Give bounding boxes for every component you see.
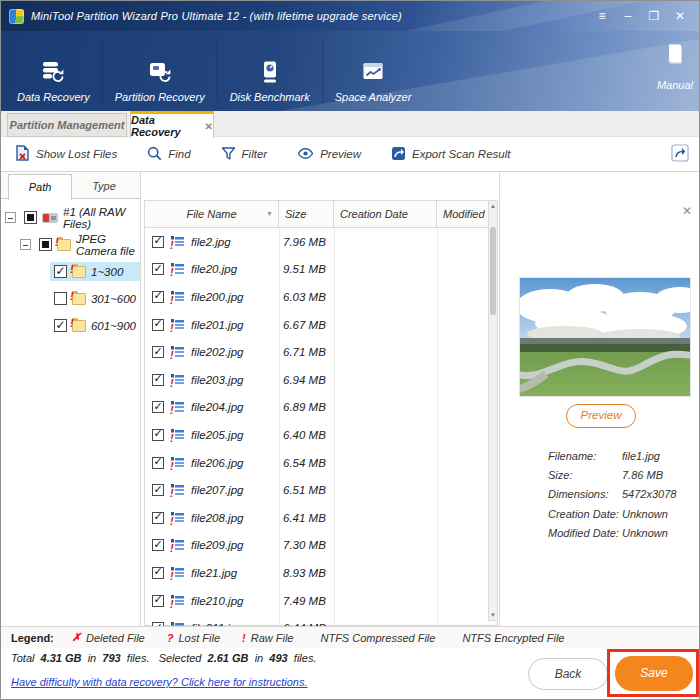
file-checkbox[interactable] [152,374,164,386]
show-lost-files-icon [15,145,30,163]
file-row[interactable]: file2.jpg 7.96 MB [145,228,489,256]
file-checkbox[interactable] [152,429,164,441]
file-checkbox[interactable] [152,319,164,331]
tree-item[interactable]: JPEG Camera file [1,231,140,258]
raw-file-icon [171,236,185,248]
detail-row: Dimensions: 5472x3078 [548,485,676,504]
file-checkbox[interactable] [152,595,164,607]
raw-file-icon [171,567,185,579]
preview-button[interactable]: Preview [566,404,636,428]
export-corner-icon[interactable] [671,144,689,166]
column-modified-date[interactable]: Modified Date [437,201,489,227]
restore-button[interactable]: ❐ [643,6,665,26]
collapse-icon[interactable] [5,212,16,223]
file-row[interactable]: file211.jpg 6.44 MB [145,614,489,626]
close-button[interactable]: ✕ [669,6,691,26]
raw-file-icon [171,484,185,496]
main-toolbar: Data Recovery Partition Recovery Disk Be… [1,31,699,111]
toolbar-manual[interactable]: Manual [657,41,693,91]
file-row[interactable]: file204.jpg 6.89 MB [145,394,489,422]
tree-checkbox[interactable] [54,319,67,332]
tree-item[interactable]: #1 (All RAW Files) [1,204,140,231]
tree-item[interactable]: 601~900 [1,312,140,339]
toolbar-space-analyzer[interactable]: Space Analyzer [323,39,424,103]
export-scan-result-button[interactable]: Export Scan Result [391,146,510,163]
tree-checkbox[interactable] [24,211,37,224]
toolbar-partition-recovery[interactable]: Partition Recovery [103,39,218,103]
tab-partition-management[interactable]: Partition Management [7,113,127,137]
collapse-icon[interactable] [20,239,31,250]
tree-checkbox[interactable] [54,265,67,278]
scroll-down-icon[interactable]: ▼ [489,612,497,618]
file-size: 6.71 MB [283,346,326,358]
scroll-up-icon[interactable]: ▲ [489,203,497,209]
legend-mark-icon: ! [242,632,246,644]
column-file-name[interactable]: File Name ▼ [145,201,279,227]
file-checkbox[interactable] [152,484,164,496]
file-row[interactable]: file210.jpg 7.49 MB [145,587,489,615]
file-row[interactable]: file202.jpg 6.71 MB [145,338,489,366]
tree-checkbox[interactable] [39,238,52,251]
preview-button-toolbar[interactable]: Preview [297,147,361,162]
file-checkbox[interactable] [152,263,164,275]
tab-close-icon[interactable]: ✕ [205,121,213,132]
status-summary: Total 4.31 GB in 793 files. Selected 2.6… [11,652,316,664]
file-checkbox[interactable] [152,512,164,524]
preview-close-icon[interactable]: ✕ [682,204,692,218]
menu-icon[interactable]: ≡ [591,6,613,26]
file-checkbox[interactable] [152,539,164,551]
minimize-button[interactable]: – [617,6,639,26]
file-name: file207.jpg [191,484,243,496]
toolbar-data-recovery[interactable]: Data Recovery [5,39,103,103]
filter-button[interactable]: Filter [221,146,268,163]
find-button[interactable]: Find [147,146,190,163]
file-checkbox[interactable] [152,236,164,248]
file-name: file202.jpg [191,346,243,358]
file-row[interactable]: file207.jpg 6.51 MB [145,476,489,504]
column-creation-date[interactable]: Creation Date [334,201,437,227]
tab-path[interactable]: Path [8,174,72,200]
folder-tree: #1 (All RAW Files) JPEG Camera file [1,199,140,339]
back-button[interactable]: Back [528,658,608,690]
file-checkbox[interactable] [152,291,164,303]
save-button[interactable]: Save [615,656,693,691]
detail-value: file1.jpg [622,450,660,462]
tree-indent [1,325,35,326]
tree-indent [1,271,35,272]
file-row[interactable]: file201.jpg 6.67 MB [145,311,489,339]
legend-label: NTFS Encrypted File [462,632,564,644]
file-row[interactable]: file200.jpg 6.03 MB [145,283,489,311]
tree-item[interactable]: 301~600 [1,285,140,312]
file-row[interactable]: file203.jpg 6.94 MB [145,366,489,394]
toolbar-disk-benchmark[interactable]: Disk Benchmark [218,39,323,103]
file-rows: file2.jpg 7.96 MB file20.jpg 9.51 MB fil… [145,228,489,626]
raw-file-icon [171,291,185,303]
side-panel: Path Type #1 (All RAW Files) [1,172,141,626]
tab-data-recovery[interactable]: Data Recovery ✕ [130,111,214,138]
partition-recovery-icon [147,59,173,91]
file-checkbox[interactable] [152,346,164,358]
tab-type[interactable]: Type [72,174,136,200]
table-scrollbar[interactable]: ▲ ▼ [488,200,498,621]
file-row[interactable]: file208.jpg 6.41 MB [145,504,489,532]
file-row[interactable]: file20.jpg 9.51 MB [145,256,489,284]
tree-checkbox[interactable] [54,292,67,305]
help-link[interactable]: Have difficulty with data recovery? Clic… [11,676,308,688]
raw-file-icon [171,539,185,551]
file-row[interactable]: file209.jpg 7.30 MB [145,532,489,560]
file-row[interactable]: file206.jpg 6.54 MB [145,449,489,477]
file-checkbox[interactable] [152,567,164,579]
toolbar-label: Space Analyzer [335,91,412,103]
column-size[interactable]: Size [279,201,334,227]
tree-item[interactable]: 1~300 [1,258,140,285]
file-row[interactable]: file205.jpg 6.40 MB [145,421,489,449]
file-checkbox[interactable] [152,401,164,413]
file-checkbox[interactable] [152,457,164,469]
status-segment: Total [11,652,38,664]
scroll-thumb[interactable] [490,227,496,315]
file-row[interactable]: file21.jpg 8.93 MB [145,559,489,587]
show-lost-files-button[interactable]: Show Lost Files [15,145,117,163]
status-segment: files. [124,652,156,664]
file-size: 9.51 MB [283,263,326,275]
action-label: Preview [320,148,361,160]
